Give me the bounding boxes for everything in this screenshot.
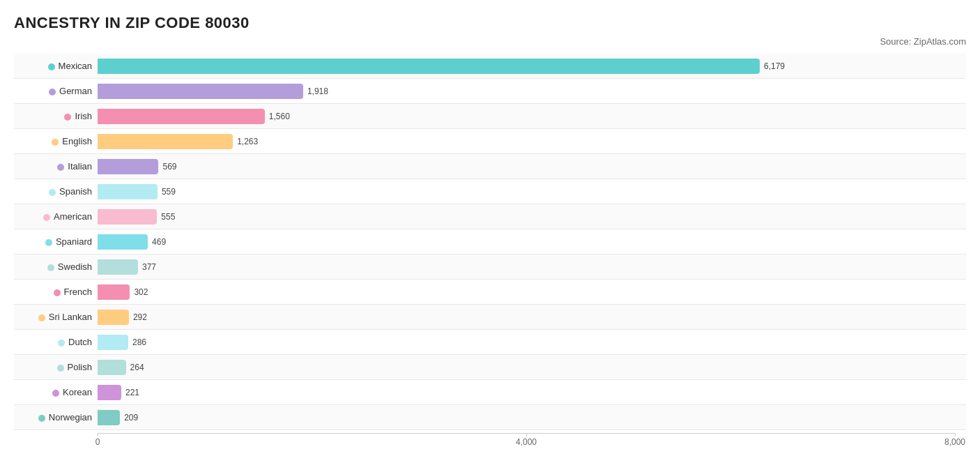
bar-dot-icon: [52, 390, 59, 397]
bar-label: French: [14, 287, 98, 297]
bar-label: Mexican: [14, 61, 98, 71]
bar-container: 221: [98, 385, 966, 400]
bar-label: Norwegian: [14, 412, 98, 423]
bar-dot-icon: [43, 214, 50, 221]
bar: [98, 209, 157, 224]
bar-label: Spaniard: [14, 236, 98, 247]
chart-row: Irish1,560: [14, 104, 966, 129]
bar-container: 469: [98, 234, 966, 250]
chart-title: ANCESTRY IN ZIP CODE 80030: [14, 14, 966, 32]
bar-dot-icon: [38, 314, 45, 321]
bar-container: 1,560: [98, 109, 966, 124]
bar-value-label: 6,179: [764, 61, 785, 71]
bar-dot-icon: [54, 289, 61, 296]
bar-container: 302: [98, 284, 966, 300]
bar-value-label: 1,560: [269, 112, 290, 121]
bar-dot-icon: [57, 164, 64, 171]
x-axis-label: 4,000: [516, 437, 537, 447]
bar-value-label: 292: [133, 312, 147, 322]
bar-container: 377: [98, 259, 966, 275]
bar-label: Swedish: [14, 261, 98, 272]
bar-container: 1,918: [98, 84, 966, 99]
bar-dot-icon: [52, 139, 59, 146]
bar-dot-icon: [47, 264, 54, 271]
x-axis-label: 0: [95, 437, 100, 447]
bar: [98, 259, 138, 275]
bar-label: Polish: [14, 362, 98, 372]
bar-value-label: 1,918: [307, 86, 328, 96]
bar-container: 555: [98, 209, 966, 224]
bar-dot-icon: [38, 415, 45, 422]
chart-row: Italian569: [14, 154, 966, 179]
chart-row: Sri Lankan292: [14, 305, 966, 330]
bar: [98, 59, 760, 74]
bar-dot-icon: [45, 239, 52, 246]
bar-value-label: 209: [124, 413, 138, 423]
bar-label: German: [14, 86, 98, 96]
bar: [98, 335, 128, 350]
bar-container: 209: [98, 410, 966, 425]
bar-value-label: 569: [162, 162, 176, 172]
bar-container: 1,263: [98, 134, 966, 149]
bar-label: Dutch: [14, 337, 98, 347]
bar-dot-icon: [58, 340, 65, 347]
bar: [98, 310, 129, 325]
bar: [98, 360, 126, 375]
bar-label: American: [14, 211, 98, 222]
bar: [98, 84, 303, 99]
bar-value-label: 286: [132, 337, 146, 347]
bar: [98, 234, 148, 250]
chart-area: Mexican6,179German1,918Irish1,560English…: [14, 54, 966, 449]
bar-label: Spanish: [14, 186, 98, 197]
bar-value-label: 559: [162, 187, 176, 197]
chart-row: American555: [14, 204, 966, 229]
bar-label: English: [14, 136, 98, 146]
bar: [98, 410, 120, 425]
bar-value-label: 555: [161, 212, 175, 222]
bar-value-label: 1,263: [237, 137, 258, 146]
bar-label: Irish: [14, 111, 98, 121]
bar-value-label: 302: [134, 287, 148, 297]
bar-value-label: 377: [142, 262, 156, 272]
bar-dot-icon: [48, 63, 55, 70]
source-label: Source: ZipAtlas.com: [14, 36, 966, 47]
chart-row: Mexican6,179: [14, 54, 966, 79]
bar: [98, 284, 130, 300]
bar: [98, 134, 233, 149]
bar: [98, 109, 265, 124]
bar-container: 292: [98, 310, 966, 325]
bar-label: Sri Lankan: [14, 312, 98, 322]
chart-row: Spaniard469: [14, 229, 966, 254]
chart-row: Polish264: [14, 355, 966, 380]
bar-dot-icon: [49, 189, 56, 196]
bar-dot-icon: [64, 114, 71, 121]
bar-container: 264: [98, 360, 966, 375]
chart-row: French302: [14, 280, 966, 305]
bar-value-label: 264: [130, 363, 144, 372]
bar: [98, 159, 158, 174]
chart-row: Korean221: [14, 380, 966, 405]
bar-label: Korean: [14, 387, 98, 397]
chart-row: Spanish559: [14, 179, 966, 204]
bar-container: 286: [98, 335, 966, 350]
chart-row: Swedish377: [14, 254, 966, 280]
bar-container: 559: [98, 184, 966, 199]
bar-container: 6,179: [98, 59, 966, 74]
x-axis-label: 8,000: [944, 437, 965, 447]
bar-label: Italian: [14, 161, 98, 172]
bar-value-label: 221: [125, 388, 139, 397]
chart-row: German1,918: [14, 79, 966, 104]
chart-row: Dutch286: [14, 330, 966, 355]
x-axis: 04,0008,000: [98, 433, 966, 449]
bar: [98, 385, 121, 400]
bar-value-label: 469: [152, 237, 166, 247]
bar: [98, 184, 158, 199]
bar-dot-icon: [49, 89, 56, 96]
chart-row: Norwegian209: [14, 405, 966, 430]
bar-dot-icon: [57, 365, 64, 372]
bar-container: 569: [98, 159, 966, 174]
chart-row: English1,263: [14, 129, 966, 154]
